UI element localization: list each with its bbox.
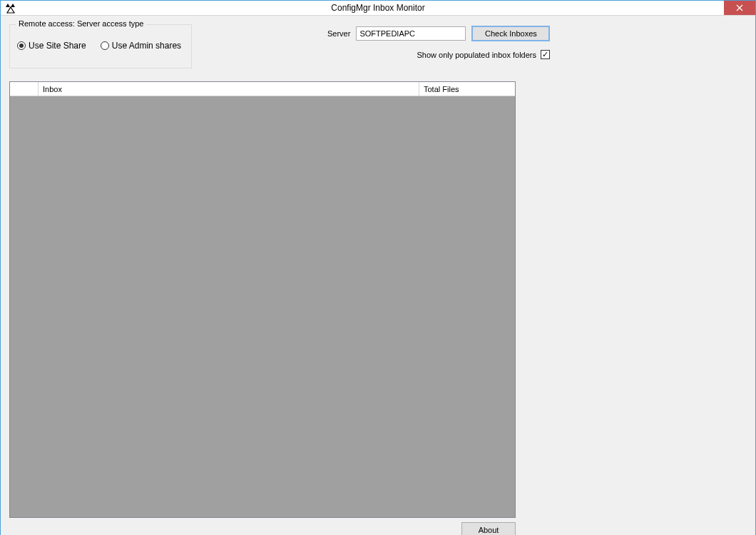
radio-label: Use Admin shares xyxy=(112,41,181,51)
close-icon xyxy=(736,4,743,11)
column-header-icon[interactable] xyxy=(10,82,39,96)
radio-icon xyxy=(17,41,26,50)
app-window: ConfigMgr Inbox Monitor Remote access: S… xyxy=(0,0,756,535)
server-input[interactable] xyxy=(356,26,466,41)
radio-icon xyxy=(101,41,109,50)
radio-use-site-share[interactable]: Use Site Share xyxy=(17,41,86,51)
remote-access-title: Remote access: Server access type xyxy=(16,19,146,28)
bottom-bar: About xyxy=(9,522,516,535)
checkbox-row: Show only populated inbox folders xyxy=(327,50,550,59)
table-body[interactable] xyxy=(10,96,515,517)
remote-access-groupbox: Remote access: Server access type Use Si… xyxy=(9,24,192,68)
radio-label: Use Site Share xyxy=(29,41,86,51)
app-icon xyxy=(5,2,16,14)
column-header-total-files[interactable]: Total Files xyxy=(419,82,515,96)
inbox-table: Inbox Total Files xyxy=(9,81,516,518)
server-row: Server Check Inboxes xyxy=(327,26,550,41)
check-inboxes-button[interactable]: Check Inboxes xyxy=(471,26,550,41)
svg-marker-2 xyxy=(7,7,14,13)
radio-row: Use Site Share Use Admin shares xyxy=(17,41,184,51)
show-populated-label: Show only populated inbox folders xyxy=(417,51,536,59)
svg-marker-1 xyxy=(11,4,15,7)
content-area: Remote access: Server access type Use Si… xyxy=(1,16,755,535)
close-button[interactable] xyxy=(724,1,755,15)
show-populated-checkbox[interactable] xyxy=(541,50,550,59)
svg-marker-0 xyxy=(6,4,10,7)
table-header: Inbox Total Files xyxy=(10,82,515,96)
top-section: Remote access: Server access type Use Si… xyxy=(9,24,747,76)
title-bar: ConfigMgr Inbox Monitor xyxy=(1,1,755,16)
server-section: Server Check Inboxes Show only populated… xyxy=(327,26,550,59)
about-button[interactable]: About xyxy=(461,522,516,535)
window-title: ConfigMgr Inbox Monitor xyxy=(331,3,424,13)
radio-use-admin-shares[interactable]: Use Admin shares xyxy=(101,41,181,51)
server-label: Server xyxy=(327,29,350,38)
column-header-inbox[interactable]: Inbox xyxy=(39,82,419,96)
